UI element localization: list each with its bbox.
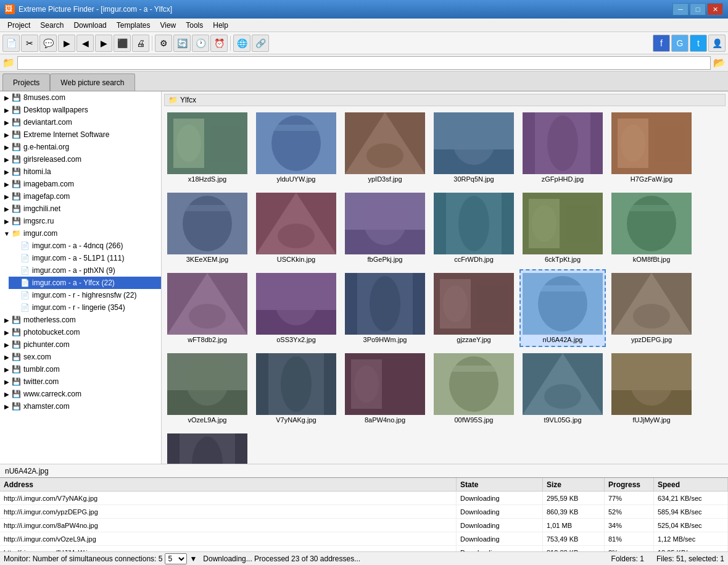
tree-item-imgchili[interactable]: ▶ 💾 imgchili.net (0, 203, 161, 215)
tree-item-motherless[interactable]: ▶ 💾 motherless.com (0, 314, 161, 326)
tree-item-carreck[interactable]: ▶ 💾 www.carreck.com (0, 388, 161, 400)
toolbar-sep2 (230, 36, 231, 51)
image-cell[interactable]: USCKkin.jpg (253, 189, 339, 267)
menu-templates[interactable]: Templates (112, 19, 155, 32)
download-row[interactable]: http://i.imgur.com/fUJjMyW.jpgDownloadin… (0, 546, 728, 551)
image-label: ypzDEPG.jpg (631, 336, 672, 343)
toolbar-back[interactable]: ◀ (77, 35, 94, 52)
image-cell[interactable]: ccFrWDh.jpg (431, 189, 517, 267)
download-row[interactable]: http://i.imgur.com/8aPW4no.jpgDownloadin… (0, 519, 728, 532)
image-cell[interactable]: oSS3Yx2.jpg (253, 269, 339, 347)
toolbar-clock[interactable]: ⏰ (210, 35, 228, 52)
tree-item-imgur-4dncq[interactable]: 📄 imgur.com - a - 4dncq (266) (9, 240, 161, 252)
image-cell[interactable]: kOM8fBt.jpg (608, 189, 695, 267)
toolbar-social-tw[interactable]: t (690, 35, 707, 52)
toolbar-social-fb[interactable]: f (653, 35, 670, 52)
image-cell[interactable]: H7GzFaW.jpg (608, 109, 695, 186)
toolbar-refresh[interactable]: 🔄 (173, 35, 191, 52)
toolbar-bubble[interactable]: 💬 (39, 35, 57, 52)
menu-help[interactable]: Help (208, 19, 233, 32)
image-cell[interactable]: ylduUYW.jpg (253, 109, 339, 186)
toolbar-play[interactable]: ▶ (58, 35, 75, 52)
toolbar-social-g[interactable]: G (671, 35, 689, 52)
tree-item-desktop[interactable]: ▶ 💾 Desktop wallpapers (0, 104, 161, 116)
image-cell[interactable]: ypID3sf.jpg (342, 109, 428, 186)
tree-item-imgur-highresnsfw[interactable]: 📄 imgur.com - r - highresnsfw (22) (9, 289, 161, 301)
connections-select[interactable]: 5310 (165, 553, 187, 564)
image-cell[interactable]: 3KEeXEM.jpg (164, 189, 250, 267)
tree-item-extreme[interactable]: ▶ 💾 Extreme Internet Software (0, 128, 161, 141)
toolbar-print[interactable]: 🖨 (132, 35, 149, 52)
image-cell[interactable]: 8aPW4no.jpg (342, 349, 428, 427)
image-cell[interactable]: fUJjMyW.jpg (608, 349, 695, 427)
close-button[interactable]: ✕ (707, 3, 723, 15)
image-thumbnail (523, 193, 603, 254)
image-cell[interactable]: 30RPq5N.jpg (431, 109, 517, 186)
menu-search[interactable]: Search (35, 19, 68, 32)
download-row[interactable]: http://i.imgur.com/vOzeL9A.jpgDownloadin… (0, 532, 728, 546)
image-cell[interactable]: zGFpHHD.jpg (519, 109, 606, 186)
image-cell[interactable]: 6ckTpKt.jpg (519, 189, 606, 267)
tree-item-imgsrc[interactable]: ▶ 💾 imgsrc.ru (0, 215, 161, 227)
image-cell[interactable]: x18HzdS.jpg (164, 109, 250, 186)
tree-item-imgur-ylfcx[interactable]: 📄 imgur.com - a - Ylfcx (22) (9, 277, 161, 289)
menu-project[interactable]: Project (2, 19, 35, 32)
tree-item-imgur-pthxn[interactable]: 📄 imgur.com - a - pthXN (9) (9, 264, 161, 277)
maximize-button[interactable]: □ (690, 3, 706, 15)
tree-item-8muses[interactable]: ▶ 💾 8muses.com (0, 91, 161, 104)
svg-point-69 (449, 356, 498, 412)
toolbar-connect[interactable]: 🔗 (252, 35, 269, 52)
tree-item-gehentai[interactable]: ▶ 💾 g.e-hentai.org (0, 141, 161, 153)
image-cell[interactable]: 3Po9HWm.jpg (342, 269, 428, 347)
tab-projects[interactable]: Projects (2, 73, 50, 91)
image-cell[interactable]: t9VL05G.jpg (519, 349, 606, 427)
download-header: Address State Size Progress Speed (0, 478, 728, 492)
download-rows: http://i.imgur.com/V7yNAKg.jpgDownloadin… (0, 492, 728, 551)
tree-item-photobucket[interactable]: ▶ 💾 photobucket.com (0, 326, 161, 338)
tree-item-tumblr[interactable]: ▶ 💾 tumblr.com (0, 363, 161, 375)
menu-download[interactable]: Download (68, 19, 111, 32)
tree-item-imgur[interactable]: ▼ 📁 imgur.com (0, 227, 161, 240)
toolbar-stop[interactable]: ⬛ (114, 35, 131, 52)
toolbar-social-other[interactable]: 👤 (708, 35, 726, 52)
tree-item-twitter[interactable]: ▶ 💾 twitter.com (0, 375, 161, 388)
svg-rect-2 (210, 125, 241, 162)
toolbar-history[interactable]: 🕐 (192, 35, 209, 52)
tree-item-sex[interactable]: ▶ 💾 sex.com (0, 351, 161, 363)
address-input[interactable]: C:\Users\Максим\Downloads\Extreme Pictur… (17, 56, 711, 70)
image-cell[interactable]: 00fW95S.jpg (431, 349, 517, 427)
image-cell[interactable]: V7yNAKg.jpg (253, 349, 339, 427)
folder-open-icon[interactable]: 📂 (713, 57, 726, 69)
image-cell[interactable]: nU6A42A.jpg (519, 269, 606, 347)
image-thumbnail (167, 112, 247, 174)
menu-tools[interactable]: Tools (181, 19, 208, 32)
tree-item-hitomi[interactable]: ▶ 💾 hitomi.la (0, 165, 161, 178)
image-thumbnail (611, 193, 692, 254)
menu-view[interactable]: View (155, 19, 181, 32)
minimize-button[interactable]: ─ (672, 3, 689, 15)
tree-item-xhamster[interactable]: ▶ 💾 xhamster.com (0, 400, 161, 412)
tree-item-imgur-5l1p1[interactable]: 📄 imgur.com - a - 5L1P1 (111) (9, 252, 161, 264)
download-row[interactable]: http://i.imgur.com/V7yNAKg.jpgDownloadin… (0, 492, 728, 505)
image-cell[interactable]: 6TXomLJ-001.jpg (164, 430, 250, 464)
image-cell[interactable]: fbGePkj.jpg (342, 189, 428, 267)
toolbar-globe[interactable]: 🌐 (233, 35, 250, 52)
tree-item-deviantart[interactable]: ▶ 💾 deviantart.com (0, 116, 161, 128)
toolbar-new[interactable]: 📄 (2, 35, 20, 52)
toolbar-cut[interactable]: ✂ (21, 35, 38, 52)
tree-item-imagebam[interactable]: ▶ 💾 imagebam.com (0, 178, 161, 190)
tree-item-imagefap[interactable]: ▶ 💾 imagefap.com (0, 190, 161, 203)
dl-cell-size: 753,49 KB (543, 532, 605, 546)
image-cell[interactable]: ypzDEPG.jpg (608, 269, 695, 347)
image-cell[interactable]: wFT8db2.jpg (164, 269, 250, 347)
toolbar-forward[interactable]: ▶ (95, 35, 112, 52)
tree-item-pichunter[interactable]: ▶ 💾 pichunter.com (0, 338, 161, 351)
image-cell[interactable]: gjzzaeY.jpg (431, 269, 517, 347)
tab-web-picture-search[interactable]: Web picture search (50, 73, 134, 91)
tree-item-girlsreleased[interactable]: ▶ 💾 girlsreleased.com (0, 153, 161, 165)
download-row[interactable]: http://i.imgur.com/ypzDEPG.jpgDownloadin… (0, 505, 728, 519)
image-cell[interactable]: vOzeL9A.jpg (164, 349, 250, 427)
expand-icon[interactable]: ▼ (189, 555, 197, 563)
toolbar-settings[interactable]: ⚙ (155, 35, 172, 52)
tree-item-imgur-lingerie[interactable]: 📄 imgur.com - r - lingerie (354) (9, 301, 161, 314)
